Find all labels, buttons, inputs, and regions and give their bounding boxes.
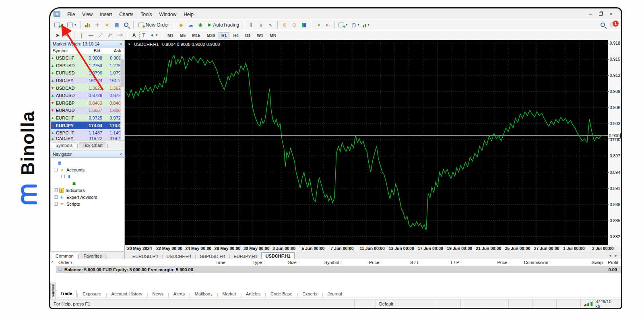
navigator-item[interactable]: -▮	[52, 173, 123, 180]
market-watch-row[interactable]: ▼EURJPY174.04174.07	[51, 122, 124, 129]
candlestick-chart-button[interactable]: ⫾	[256, 21, 265, 29]
chart-tab-scroll-arrows[interactable]: ◄►	[608, 254, 621, 258]
market-watch-row[interactable]: ▼USDCAD1.36231.3626	[51, 84, 124, 92]
navigator-item[interactable]: ▦	[52, 159, 123, 166]
fibonacci-button[interactable]: ≣F	[116, 31, 124, 39]
terminal-tab-news[interactable]: News	[148, 291, 167, 297]
horizontal-line-button[interactable]: —	[87, 31, 95, 39]
strategy-tester-button[interactable]	[122, 21, 131, 29]
zoom-out-button[interactable]: ⊖	[290, 21, 299, 29]
text-button[interactable]: A	[130, 31, 138, 39]
navigator-item[interactable]: ☗	[52, 180, 123, 187]
terminal-tab-articles[interactable]: Articles	[242, 291, 264, 297]
chart-shift-button[interactable]: ⇤	[323, 21, 332, 29]
market-watch-toggle[interactable]	[83, 21, 92, 29]
terminal-column-commission[interactable]: Commission	[510, 260, 551, 265]
terminal-tab-market[interactable]: Market	[219, 291, 240, 297]
navigator-item-expert-advisors[interactable]: +⬖Expert Advisors	[52, 194, 123, 200]
market-watch-row[interactable]: ▲CADJPY119.22119.41	[51, 137, 124, 140]
line-chart-button[interactable]: ∿	[266, 21, 275, 29]
terminal-column-swap[interactable]: Swap	[551, 260, 605, 265]
terminal-column-header[interactable]: Order /TimeTypeSizeSymbolPriceS / LT / P…	[56, 259, 621, 266]
search-icon[interactable]	[601, 23, 605, 27]
templates-button[interactable]: ▼	[362, 21, 371, 29]
column-header-ask[interactable]: Ask	[102, 48, 123, 53]
tree-expand-icon[interactable]: -	[61, 175, 65, 178]
terminal-column-price[interactable]: Price	[342, 260, 382, 265]
time-axis[interactable]: 20 May 202422 May 00:0024 May 00:0028 Ma…	[125, 245, 621, 252]
market-watch-row[interactable]: ▲GBPUSD1.27531.2756	[51, 62, 124, 70]
navigator-item-accounts[interactable]: -◕Accounts	[52, 166, 123, 173]
text-label-button[interactable]: T	[139, 31, 148, 39]
tree-expand-icon[interactable]: +	[54, 188, 58, 192]
terminal-tab-trade[interactable]: Trade	[56, 290, 76, 297]
terminal-column-size[interactable]: Size	[265, 260, 299, 265]
terminal-tab-mailbox[interactable]: Mailbox7	[191, 291, 217, 297]
navigator-tab-favorites[interactable]: Favorites	[80, 253, 105, 259]
market-watch-row[interactable]: ▼EURGBP0.84630.8466	[51, 99, 124, 107]
minimize-button[interactable]: –	[588, 11, 593, 17]
terminal-column-type[interactable]: Type	[228, 260, 265, 265]
auto-scroll-button[interactable]: ⇥	[314, 21, 322, 29]
terminal-tab-journal[interactable]: Journal	[323, 291, 346, 297]
chart-collapse-icon[interactable]: ▼	[128, 43, 131, 46]
timeframe-m1[interactable]: M1	[165, 32, 176, 39]
tile-windows-button[interactable]	[299, 21, 308, 29]
menu-insert[interactable]: Insert	[96, 10, 116, 19]
terminal-toggle[interactable]: ▤	[112, 21, 121, 29]
autotrading-button[interactable]: ▶AutoTrading	[206, 21, 242, 29]
navigator-item-indicators[interactable]: +fIndicators	[52, 187, 123, 194]
terminal-column-s-l[interactable]: S / L	[382, 260, 422, 265]
tree-expand-icon[interactable]: -	[54, 168, 58, 171]
status-profile[interactable]: Default	[376, 299, 437, 308]
timeframe-m30[interactable]: M30	[204, 32, 218, 39]
market-watch-column-header[interactable]: SymbolBidAsk	[51, 47, 124, 54]
arrows-button[interactable]: ✦▼	[149, 31, 159, 39]
terminal-side-tab[interactable]: Terminal	[50, 283, 56, 299]
terminal-tab-experts[interactable]: Experts	[298, 291, 321, 297]
terminal-column-price[interactable]: Price	[462, 260, 510, 265]
profiles-button[interactable]: ▼	[66, 21, 78, 29]
menu-view[interactable]: View	[78, 10, 96, 19]
chart-plot[interactable]: ▼ USDCHF,H1 0.9004 0.9008 0.9002 0.9008	[125, 40, 608, 245]
market-watch-row[interactable]: ▲USDJPY161.24161.27	[51, 77, 124, 85]
market-watch-row[interactable]: ▲EURUSD1.07961.0799	[51, 69, 124, 77]
new-chart-button[interactable]: +▼	[53, 21, 65, 29]
terminal-column-symbol[interactable]: Symbol	[299, 260, 342, 265]
navigator-item-scripts[interactable]: +▱Scripts	[52, 200, 123, 207]
market-watch-header[interactable]: Market Watch: 13:10:14 ×	[50, 40, 124, 47]
timeframe-m15[interactable]: M15	[189, 32, 203, 39]
market-watch-tab-symbols[interactable]: Symbols	[52, 142, 76, 148]
terminal-tab-account-history[interactable]: Account History	[107, 291, 147, 297]
timeframe-d1[interactable]: D1	[242, 32, 253, 39]
navigator-tab-common[interactable]: Common	[52, 253, 77, 259]
terminal-column-t-p[interactable]: T / P	[422, 260, 462, 265]
tree-expand-icon[interactable]: +	[54, 202, 58, 206]
terminal-close-icon[interactable]: ×	[51, 260, 54, 264]
cursor-button[interactable]: ➤	[53, 31, 62, 39]
terminal-column-order[interactable]: Order /	[56, 260, 176, 265]
zoom-in-button[interactable]: ⊕	[280, 21, 289, 29]
timeframe-m5[interactable]: M5	[177, 32, 189, 39]
navigator-header[interactable]: Navigator ×	[50, 151, 124, 158]
channel-button[interactable]: ⫽E	[106, 31, 115, 39]
timeframe-h4[interactable]: H4	[230, 32, 241, 39]
crosshair-button[interactable]: ⊹	[63, 31, 72, 39]
menu-charts[interactable]: Charts	[116, 10, 137, 19]
timeframe-mn[interactable]: MN	[267, 32, 279, 39]
bar-chart-button[interactable]: ⫼	[247, 21, 256, 29]
chart-tab-gbpusd-h4[interactable]: GBPUSD,H4	[196, 254, 229, 259]
terminal-tab-code-base[interactable]: Code Base	[266, 291, 296, 297]
market-watch-row[interactable]: ▲EURCHF0.97250.9728	[51, 114, 124, 122]
terminal-tab-alerts[interactable]: Alerts	[169, 291, 189, 297]
menu-window[interactable]: Window	[156, 10, 180, 19]
market-watch-row[interactable]: ▲USDCHF0.90080.9011	[51, 54, 124, 62]
price-axis[interactable]: 0.900 0.9180.9150.9120.9090.9060.9030.90…	[608, 40, 621, 245]
new-order-button[interactable]: +New Order	[136, 21, 171, 29]
vertical-line-button[interactable]: |	[77, 31, 86, 39]
restore-button[interactable]	[599, 12, 603, 16]
column-header-bid[interactable]: Bid	[81, 48, 102, 53]
terminal-tab-exposure[interactable]: Exposure	[78, 291, 105, 297]
column-header-symbol[interactable]: Symbol	[51, 48, 81, 53]
indicators-button[interactable]: +▼	[337, 21, 349, 29]
